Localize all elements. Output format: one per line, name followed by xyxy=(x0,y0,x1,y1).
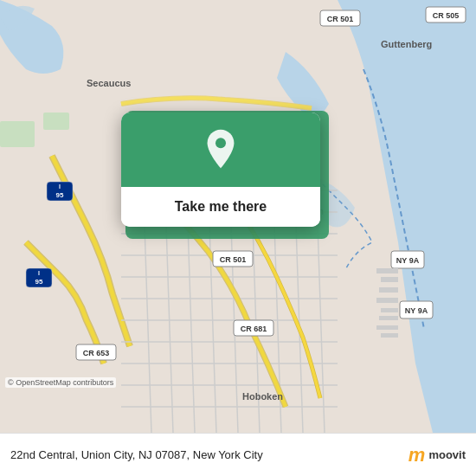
svg-rect-50 xyxy=(379,287,398,293)
svg-rect-54 xyxy=(376,325,398,330)
svg-text:CR 501: CR 501 xyxy=(220,255,247,264)
svg-text:95: 95 xyxy=(35,278,43,286)
map-container: CR 501 CR 505 CR 501 CR 681 CR 653 I 95 … xyxy=(0,0,476,433)
popup-green-area xyxy=(121,113,320,187)
moovit-m-icon: m xyxy=(408,444,426,466)
svg-rect-47 xyxy=(43,113,69,130)
moovit-logo: m moovit xyxy=(408,444,466,466)
take-me-there-button[interactable]: Take me there xyxy=(121,187,320,227)
svg-text:NY 9A: NY 9A xyxy=(405,306,428,315)
svg-rect-46 xyxy=(0,121,35,147)
svg-rect-52 xyxy=(381,308,398,312)
svg-text:CR 653: CR 653 xyxy=(83,349,110,357)
svg-text:NY 9A: NY 9A xyxy=(396,256,420,265)
svg-rect-48 xyxy=(376,268,398,273)
svg-text:Hoboken: Hoboken xyxy=(242,391,283,402)
svg-rect-53 xyxy=(379,316,398,320)
svg-text:Guttenberg: Guttenberg xyxy=(381,39,432,49)
svg-text:Secaucus: Secaucus xyxy=(87,78,131,88)
moovit-text: moovit xyxy=(428,448,466,461)
address-text: 22nd Central, Union City, NJ 07087, New … xyxy=(10,448,408,461)
osm-credit: © OpenStreetMap contributors xyxy=(5,377,116,388)
svg-point-56 xyxy=(215,138,226,148)
svg-rect-55 xyxy=(381,333,398,338)
svg-rect-51 xyxy=(376,298,398,303)
svg-text:I: I xyxy=(59,183,61,190)
svg-rect-49 xyxy=(381,277,398,282)
svg-text:CR 505: CR 505 xyxy=(433,11,460,20)
svg-text:CR 681: CR 681 xyxy=(241,325,267,333)
location-pin-icon xyxy=(200,128,241,170)
svg-text:CR 501: CR 501 xyxy=(327,15,354,23)
svg-text:I: I xyxy=(38,270,40,276)
popup-card: Take me there xyxy=(121,113,320,227)
svg-text:95: 95 xyxy=(56,191,64,199)
bottom-bar: 22nd Central, Union City, NJ 07087, New … xyxy=(0,433,476,476)
